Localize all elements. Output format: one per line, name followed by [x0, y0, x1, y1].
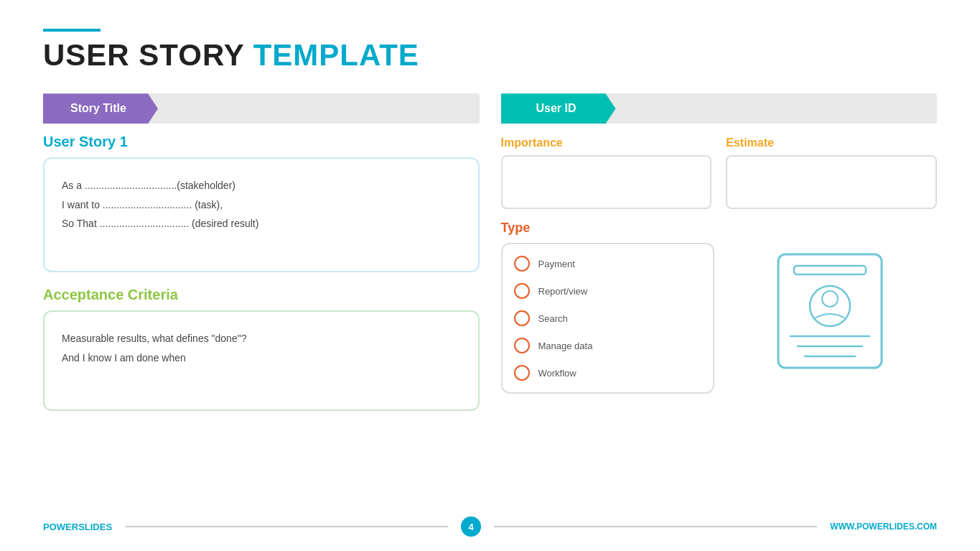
radio-circle[interactable] — [514, 283, 530, 299]
story-title-header-box: Story Title — [43, 93, 480, 124]
footer-line-right — [494, 526, 817, 527]
user-story-title: User Story 1 — [43, 134, 480, 150]
story-line3: So That ................................… — [62, 214, 461, 233]
radio-label: Search — [538, 313, 568, 324]
story-title-label: Story Title — [43, 93, 158, 124]
story-line2: I want to ..............................… — [62, 195, 461, 215]
website: WWW.POWERLIDES.COM — [830, 522, 937, 532]
page-number: 4 — [461, 517, 481, 537]
radio-label: Report/view — [538, 286, 588, 297]
type-label: Type — [501, 221, 938, 236]
importance-box — [501, 155, 712, 209]
story-content-box: As a .................................(s… — [43, 157, 480, 272]
radio-circle[interactable] — [514, 310, 530, 326]
right-column: User ID Importance Estimate Type — [501, 93, 938, 411]
svg-point-3 — [822, 291, 838, 307]
radio-item: Search — [514, 310, 702, 326]
footer-line-left — [125, 526, 448, 527]
story-line1: As a .................................(s… — [62, 176, 461, 195]
id-card-icon — [723, 249, 937, 374]
left-column: Story Title User Story 1 As a ..........… — [43, 93, 480, 411]
header-accent-line — [43, 29, 101, 32]
radio-item: Manage data — [514, 338, 702, 353]
user-id-header-box: User ID — [501, 93, 938, 124]
user-id-label: User ID — [501, 93, 616, 124]
radio-item: Payment — [514, 256, 702, 272]
estimate-box — [726, 155, 937, 209]
content-grid: Story Title User Story 1 As a ..........… — [43, 93, 937, 411]
radio-item: Workflow — [514, 365, 702, 381]
radio-circle[interactable] — [514, 338, 530, 353]
importance-estimate-row: Importance Estimate — [501, 136, 938, 209]
title-part1: USER STORY — [43, 38, 253, 72]
radio-label: Workflow — [538, 368, 577, 379]
acceptance-line2: And I know I am done when — [62, 348, 461, 368]
radio-circle[interactable] — [514, 365, 530, 381]
estimate-label: Estimate — [726, 136, 937, 149]
radio-label: Manage data — [538, 341, 593, 351]
footer: POWERSLIDES 4 WWW.POWERLIDES.COM — [43, 517, 937, 537]
acceptance-criteria-box: Measurable results, what defines "done"?… — [43, 310, 480, 411]
radio-label: Payment — [538, 259, 575, 269]
type-options-box: PaymentReport/viewSearchManage dataWorkf… — [501, 243, 715, 394]
acceptance-line1: Measurable results, what defines "done"? — [62, 329, 461, 348]
importance-label: Importance — [501, 136, 712, 149]
radio-circle[interactable] — [514, 256, 530, 272]
estimate-section: Estimate — [726, 136, 937, 209]
svg-rect-1 — [794, 266, 866, 274]
type-section: Type PaymentReport/viewSearchManage data… — [501, 221, 938, 394]
importance-section: Importance — [501, 136, 712, 209]
title-part2: TEMPLATE — [253, 38, 419, 72]
brand-name: POWERSLIDES — [43, 522, 112, 532]
page-title: USER STORY TEMPLATE — [43, 39, 937, 72]
radio-item: Report/view — [514, 283, 702, 299]
acceptance-criteria-title: Acceptance Criteria — [43, 287, 480, 303]
